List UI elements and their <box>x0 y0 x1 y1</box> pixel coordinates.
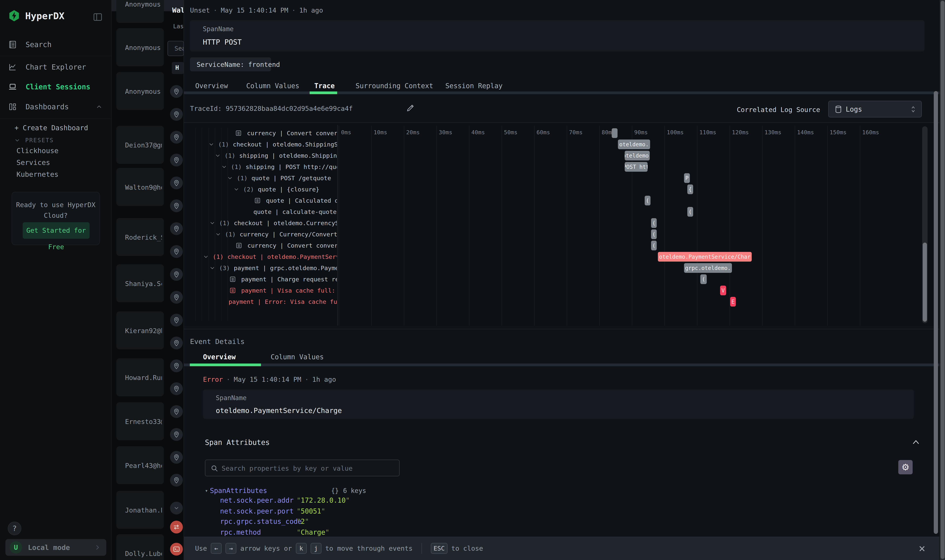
chevron-down-icon[interactable] <box>233 186 240 192</box>
pin-icon[interactable] <box>170 131 183 143</box>
pin-icon[interactable] <box>170 154 183 166</box>
span-bar[interactable]: ( <box>688 207 693 217</box>
pane-splitter[interactable] <box>338 125 338 326</box>
session-card[interactable]: Anonymous <box>116 72 164 110</box>
pin-icon[interactable] <box>170 108 183 121</box>
span-bar[interactable]: ( <box>651 218 657 228</box>
trace-tree-row[interactable]: quote | Calculated q… <box>254 195 337 206</box>
session-card[interactable]: Anonymous <box>116 28 164 66</box>
chevron-up-icon[interactable] <box>96 103 103 111</box>
get-started-button[interactable]: Get Started for Free <box>23 222 89 239</box>
session-card[interactable]: Walton9@ho <box>116 168 164 206</box>
service-pill[interactable]: ServiceName: frontend <box>190 57 271 71</box>
session-card[interactable]: Dolly.Lubo <box>116 534 164 560</box>
pin-icon[interactable] <box>170 428 183 441</box>
pin-icon[interactable] <box>170 199 183 212</box>
span-bar[interactable]: POST htt <box>625 162 647 172</box>
trace-tree-row[interactable]: quote | calculate-quote <box>253 206 337 217</box>
close-icon[interactable]: × <box>919 542 925 555</box>
http-filter-button[interactable]: H <box>172 62 184 74</box>
trace-tree-row[interactable]: (1)checkout | oteldemo.CurrencySe… <box>209 217 337 229</box>
tab-ed-overview[interactable]: Overview <box>203 353 236 361</box>
tab-session-replay[interactable]: Session Replay <box>446 82 503 90</box>
session-card[interactable]: Anonymous <box>116 0 164 23</box>
trace-tree-row[interactable]: currency | Convert convers… <box>235 240 337 251</box>
trace-tree-row[interactable]: (1)quote | POST /getquote <box>227 172 337 184</box>
settings-button[interactable]: ⚙ <box>898 460 913 474</box>
scrollbar-thumb[interactable] <box>940 1 945 559</box>
tab-surrounding-context[interactable]: Surrounding Context <box>356 82 433 90</box>
span-bar[interactable]: { <box>688 185 693 194</box>
trace-tree-row[interactable]: payment | Charge request rec… <box>229 274 337 285</box>
sidebar-item-services[interactable]: Services <box>17 158 50 166</box>
span-bar[interactable]: V <box>720 286 726 295</box>
pin-icon[interactable] <box>170 222 183 235</box>
session-card[interactable]: Howard.Run <box>116 358 164 396</box>
sidebar-item-clickhouse[interactable]: Clickhouse <box>17 147 59 155</box>
attribute-key[interactable]: rpc.method <box>220 528 261 536</box>
span-bar[interactable]: oteldemo. <box>618 140 650 149</box>
help-button[interactable]: ? <box>8 522 21 535</box>
pin-icon[interactable] <box>170 245 183 258</box>
span-bar[interactable]: ( <box>651 241 657 250</box>
tab-trace[interactable]: Trace <box>314 82 335 90</box>
trace-tree-row[interactable]: payment | Error: Visa cache ful… <box>228 296 337 307</box>
trace-tree-row[interactable]: (1)currency | Currency/Convert <box>215 229 337 240</box>
trace-tree-row[interactable]: (2)quote | {closure} <box>233 184 337 195</box>
session-card[interactable]: Deion37@gm <box>116 126 164 164</box>
span-bar[interactable]: grpc.oteldemo. <box>684 263 732 273</box>
terminal-icon[interactable] <box>170 543 183 555</box>
sidebar-item-search[interactable]: Search <box>0 35 111 54</box>
span-bar[interactable]: E <box>730 297 736 306</box>
span-bar[interactable]: ( <box>700 274 707 284</box>
trace-tree-row[interactable]: (1)checkout | oteldemo.ShippingSe… <box>208 139 337 150</box>
scrollbar-thumb[interactable] <box>923 243 927 322</box>
user-menu[interactable]: U Local mode <box>5 539 106 556</box>
chevron-down-icon[interactable] <box>214 152 221 159</box>
sidebar-item-dashboards[interactable]: Dashboards <box>0 97 111 117</box>
attribute-key[interactable]: net.sock.peer.port <box>220 507 294 515</box>
session-card[interactable]: Shaniya.Sc <box>116 264 164 302</box>
chevron-down-icon[interactable] <box>221 163 227 170</box>
sidebar-item-client-sessions[interactable]: Client Sessions <box>0 77 111 97</box>
presets-header[interactable]: PRESETS <box>14 137 54 143</box>
span-bar[interactable]: ( <box>645 196 651 205</box>
session-card[interactable]: Pearl43@ho <box>116 446 164 484</box>
span-bar[interactable]: oteldemo. <box>625 151 650 160</box>
chevron-down-icon[interactable] <box>215 231 221 238</box>
pin-icon[interactable] <box>170 360 183 372</box>
session-card[interactable]: Roderick_S <box>116 218 164 256</box>
pin-icon[interactable] <box>170 337 183 349</box>
pin-icon[interactable] <box>170 268 183 281</box>
pin-icon[interactable] <box>170 314 183 326</box>
trace-tree-row[interactable]: (3)payment | grpc.oteldemo.Paymen… <box>209 262 337 274</box>
attribute-value[interactable]: "50051" <box>297 507 325 515</box>
session-card[interactable]: Kieran92@h <box>116 311 164 349</box>
span-bar[interactable]: ( <box>651 229 657 239</box>
attr-tree-root[interactable]: ▾ SpanAttributes {} 6 keys <box>205 487 366 494</box>
tab-overview[interactable]: Overview <box>195 82 228 90</box>
attributes-search-input[interactable]: Search properties by key or value <box>205 460 399 476</box>
edit-icon[interactable] <box>406 103 415 112</box>
collapse-section-icon[interactable] <box>911 438 920 446</box>
waterfall-scrollbar[interactable] <box>922 126 928 323</box>
chevron-down-icon[interactable] <box>208 141 214 148</box>
attribute-value[interactable]: "172.28.0.10" <box>297 497 350 504</box>
attribute-value[interactable]: "Charge" <box>297 528 330 536</box>
chevron-down-icon[interactable] <box>203 254 209 260</box>
trace-tree-row[interactable]: payment | Visa cache full: c… <box>229 285 337 296</box>
chevron-down-icon[interactable] <box>209 220 216 226</box>
attribute-value[interactable]: "2" <box>297 518 309 525</box>
span-bar[interactable]: P <box>684 173 690 183</box>
chevron-down-icon[interactable] <box>227 175 233 182</box>
tab-column-values[interactable]: Column Values <box>246 82 299 90</box>
pin-icon[interactable] <box>170 291 183 304</box>
chevron-down-icon[interactable] <box>209 265 216 271</box>
search-input[interactable]: Sea <box>168 41 184 56</box>
sidebar-item-kubernetes[interactable]: Kubernetes <box>17 170 59 178</box>
collapse-sidebar-icon[interactable] <box>92 12 103 22</box>
swap-arrows-icon[interactable] <box>170 521 183 534</box>
trace-tree-row[interactable]: (1)shipping | oteldemo.Shipping… <box>214 150 337 161</box>
log-source-select[interactable]: Logs <box>828 101 922 117</box>
span-bar[interactable] <box>612 128 618 138</box>
